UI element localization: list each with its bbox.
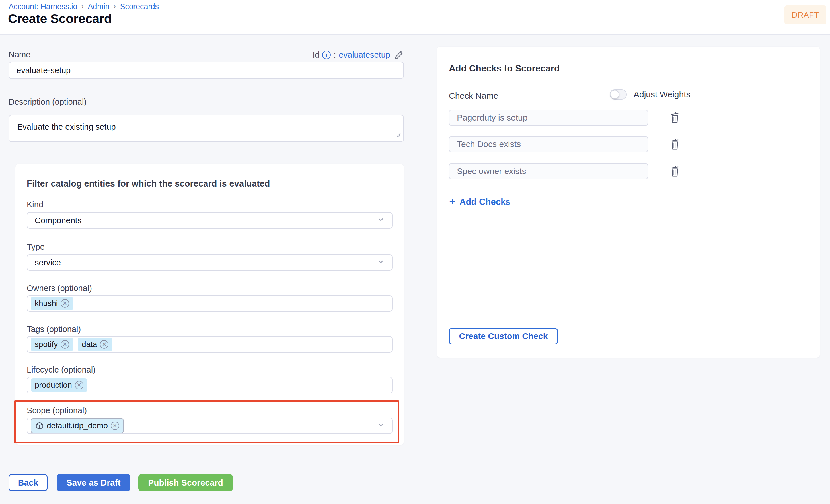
create-scorecard-page: Account: Harness.io › Admin › Scorecards… xyxy=(0,0,830,504)
name-input[interactable]: evaluate-setup xyxy=(8,62,404,79)
delete-check-trash-icon[interactable] xyxy=(670,138,680,150)
add-checks-button[interactable]: + Add Checks xyxy=(446,195,514,209)
name-input-value: evaluate-setup xyxy=(17,66,71,75)
owner-chip: khushi ✕ xyxy=(31,297,73,310)
tag-chip: data ✕ xyxy=(78,338,113,351)
resize-grip-icon[interactable] xyxy=(395,130,401,139)
add-checks-card: Add Checks to Scorecard Check Name Adjus… xyxy=(437,47,820,358)
id-label: Id xyxy=(313,51,319,60)
check-row: Tech Docs exists xyxy=(449,136,680,153)
description-value: Evaluate the existing setup xyxy=(17,122,116,131)
id-colon: : xyxy=(333,51,336,60)
lifecycle-label: Lifecycle (optional) xyxy=(27,365,96,375)
adjust-weights-label: Adjust Weights xyxy=(634,90,691,99)
check-row: Pagerduty is setup xyxy=(449,109,680,126)
filter-card: Filter catalog entities for which the sc… xyxy=(15,164,404,445)
tag-chip-label: spotify xyxy=(35,340,58,349)
name-label: Name xyxy=(8,50,30,60)
back-button[interactable]: Back xyxy=(8,474,47,491)
status-badge: DRAFT xyxy=(785,5,826,25)
breadcrumb-separator-icon: › xyxy=(82,2,84,11)
lifecycle-chip-label: production xyxy=(35,380,72,390)
check-name-value: Spec owner exists xyxy=(457,166,526,176)
check-name-value: Tech Docs exists xyxy=(457,139,521,149)
type-select-value: service xyxy=(35,258,61,267)
toggle-knob xyxy=(611,90,619,99)
tags-label: Tags (optional) xyxy=(27,325,81,334)
entity-id-row: Id i : evaluatesetup xyxy=(313,50,404,60)
breadcrumb-scorecards-link[interactable]: Scorecards xyxy=(120,2,159,11)
owners-label: Owners (optional) xyxy=(27,283,92,293)
kind-label: Kind xyxy=(27,200,43,209)
breadcrumb-account-link[interactable]: Account: Harness.io xyxy=(8,2,77,11)
adjust-weights-toggle[interactable] xyxy=(610,89,627,100)
remove-chip-icon[interactable]: ✕ xyxy=(100,340,108,349)
plus-icon: + xyxy=(449,197,455,206)
tag-chip: spotify ✕ xyxy=(31,338,73,351)
check-row: Spec owner exists xyxy=(449,163,680,179)
type-label: Type xyxy=(27,242,45,252)
breadcrumb: Account: Harness.io › Admin › Scorecards xyxy=(8,2,159,11)
info-icon[interactable]: i xyxy=(322,51,331,59)
check-name-input[interactable]: Tech Docs exists xyxy=(449,136,648,153)
add-checks-title: Add Checks to Scorecard xyxy=(449,63,560,74)
delete-check-trash-icon[interactable] xyxy=(670,165,680,177)
save-as-draft-button[interactable]: Save as Draft xyxy=(57,474,130,491)
breadcrumb-admin-link[interactable]: Admin xyxy=(88,2,109,11)
create-custom-check-button[interactable]: Create Custom Check xyxy=(449,328,558,344)
check-name-input[interactable]: Pagerduty is setup xyxy=(449,109,648,126)
publish-scorecard-button[interactable]: Publish Scorecard xyxy=(138,474,233,491)
lifecycle-chip: production ✕ xyxy=(31,378,87,392)
remove-chip-icon[interactable]: ✕ xyxy=(75,381,84,390)
page-title: Create Scorecard xyxy=(8,11,112,26)
kind-select-value: Components xyxy=(35,216,82,225)
scope-chip-label: default.idp_demo xyxy=(47,421,108,430)
owners-input[interactable]: khushi ✕ xyxy=(27,295,392,312)
check-name-column-label: Check Name xyxy=(449,91,498,101)
cube-icon xyxy=(35,422,44,430)
type-select[interactable]: service xyxy=(27,254,392,271)
chevron-down-icon xyxy=(377,421,385,431)
kind-select[interactable]: Components xyxy=(27,212,392,229)
remove-chip-icon[interactable]: ✕ xyxy=(61,299,69,308)
description-textarea[interactable]: Evaluate the existing setup xyxy=(8,115,404,142)
lifecycle-input[interactable]: production ✕ xyxy=(27,377,392,393)
check-name-input[interactable]: Spec owner exists xyxy=(449,163,648,179)
id-value-link[interactable]: evaluatesetup xyxy=(339,51,390,60)
remove-chip-icon[interactable]: ✕ xyxy=(61,340,69,349)
breadcrumb-separator-icon: › xyxy=(114,2,116,11)
check-name-value: Pagerduty is setup xyxy=(457,113,528,123)
tags-input[interactable]: spotify ✕ data ✕ xyxy=(27,336,392,353)
scope-chip: default.idp_demo ✕ xyxy=(31,418,124,433)
add-checks-label: Add Checks xyxy=(459,197,510,207)
page-header: Account: Harness.io › Admin › Scorecards… xyxy=(0,0,830,35)
remove-chip-icon[interactable]: ✕ xyxy=(111,422,119,430)
owner-chip-label: khushi xyxy=(35,299,58,308)
scope-label: Scope (optional) xyxy=(27,406,87,415)
chevron-down-icon xyxy=(377,216,385,225)
chevron-down-icon xyxy=(377,258,385,267)
tag-chip-label: data xyxy=(82,340,97,349)
filter-card-title: Filter catalog entities for which the sc… xyxy=(27,179,270,189)
adjust-weights-row: Adjust Weights xyxy=(610,89,691,100)
delete-check-trash-icon[interactable] xyxy=(670,112,680,124)
description-label: Description (optional) xyxy=(8,97,87,107)
scope-select[interactable]: default.idp_demo ✕ xyxy=(27,417,392,434)
edit-id-pencil-icon[interactable] xyxy=(394,50,404,60)
